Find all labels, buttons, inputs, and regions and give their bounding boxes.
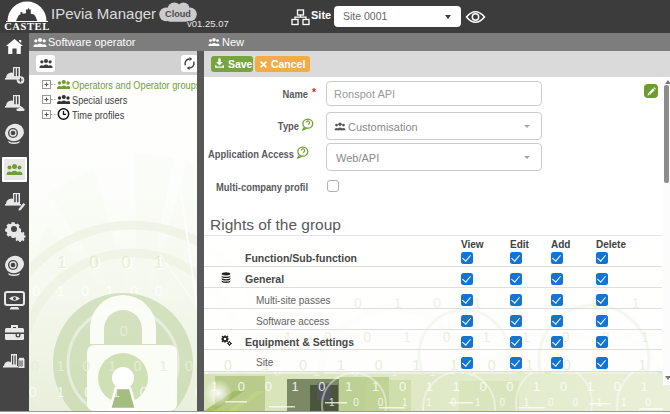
svg-text:0 1 0 1 0 0: 0 1 0 1 0 0 — [32, 282, 169, 299]
svg-text:1 0 0 1 1 0 1 0 1 0 0 1 1 0 1: 1 0 0 1 1 0 1 0 1 0 0 1 1 0 1 0 1 — [329, 397, 670, 408]
svg-text:CASTEL: CASTEL — [4, 21, 50, 32]
svg-text:1 0 0 1: 1 0 0 1 — [57, 253, 172, 272]
svg-text:1 0 0 1 0 1 1 0 1 1 0 0 1 0 1: 1 0 0 1 0 1 1 0 1 1 0 0 1 0 1 0 1 1 0 0 … — [211, 379, 670, 394]
